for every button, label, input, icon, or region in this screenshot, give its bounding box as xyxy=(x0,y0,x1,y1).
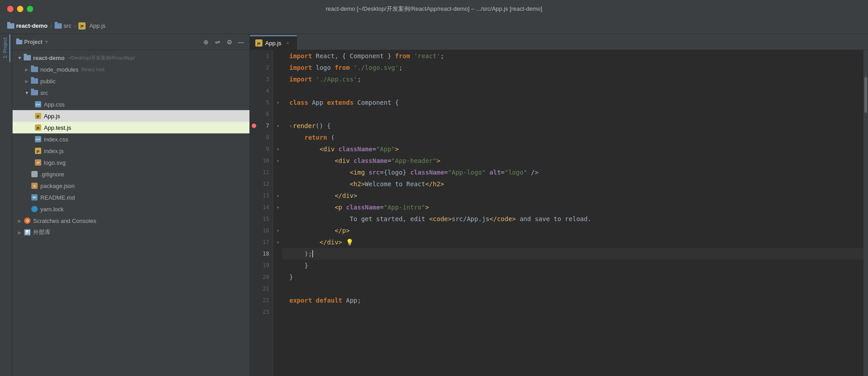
fold-7[interactable]: ▾ xyxy=(273,120,282,132)
minimize-button[interactable] xyxy=(17,6,23,12)
maximize-button[interactable] xyxy=(27,6,33,12)
collapse-all-button[interactable]: ⇌ xyxy=(213,37,223,47)
code-line-18: ); xyxy=(282,248,864,260)
indent-15: To get started, edit xyxy=(289,215,429,222)
tree-item-index-js[interactable]: js index.js xyxy=(13,145,249,157)
attr-src: src xyxy=(369,169,380,176)
tree-item-app-js[interactable]: js App.js xyxy=(13,110,249,122)
tree-item-src[interactable]: ▼ src xyxy=(13,87,249,98)
semi-3: ; xyxy=(357,76,361,83)
tree-item-ext-lib[interactable]: ▶ 📊 外部库 xyxy=(13,226,249,238)
folder-icon-node-modules xyxy=(30,66,39,73)
side-panel-label[interactable]: 1: Project xyxy=(2,34,10,62)
plain-1b xyxy=(410,52,414,60)
hide-panel-button[interactable]: — xyxy=(236,37,246,47)
js-icon-index-js: js xyxy=(34,147,42,154)
fold-23 xyxy=(273,306,282,318)
code-line-23 xyxy=(282,306,864,318)
tree-arrow-src[interactable]: ▼ xyxy=(23,90,30,95)
code-line-22: export default App; xyxy=(282,295,864,306)
ext-lib-icon: 📊 xyxy=(23,229,31,236)
attrval-logo: "logo" xyxy=(505,169,528,176)
tree-item-gitignore[interactable]: .gitignore xyxy=(13,168,249,180)
settings-button[interactable]: ⚙ xyxy=(224,37,234,47)
tree-item-readme[interactable]: MD README.md xyxy=(13,192,249,203)
indent-17 xyxy=(289,239,319,246)
tag-div-close: > xyxy=(395,145,399,153)
tree-label-public: public xyxy=(40,78,56,85)
title-bar: react-demo [~/Desktop/开发案例/ReactApp/reac… xyxy=(0,0,868,18)
code-content[interactable]: import React, { Component } from 'react'… xyxy=(282,50,864,376)
attrval-applogo: "App-logo" xyxy=(448,169,486,176)
fold-19 xyxy=(273,260,282,271)
tree-label-app-js: App.js xyxy=(44,113,60,120)
kw-import-3: import xyxy=(289,76,312,83)
kw-return: return xyxy=(305,134,327,141)
fold-9[interactable]: ▾ xyxy=(273,143,282,155)
tree-item-logo-svg[interactable]: sv logo.svg xyxy=(13,157,249,168)
tree-arrow-scratches[interactable]: ▶ xyxy=(16,218,23,223)
tree-item-public[interactable]: ▶ public xyxy=(13,75,249,87)
fold-14[interactable]: ▾ xyxy=(273,201,282,213)
line-num-18: 18 xyxy=(250,248,273,260)
lightbulb-icon[interactable]: 💡 xyxy=(346,239,353,246)
fold-20 xyxy=(273,271,282,283)
indent-9 xyxy=(289,145,319,153)
tag-h2-close: </h2> xyxy=(425,180,444,188)
tree-arrow-root[interactable]: ▼ xyxy=(16,56,23,60)
breadcrumb-item-root[interactable]: react-demo xyxy=(7,22,47,29)
fold-13[interactable]: ▾ xyxy=(273,190,282,201)
tree-label-gitignore: .gitignore xyxy=(40,171,64,178)
locate-file-button[interactable]: ⊕ xyxy=(201,37,211,47)
plain-22b: App; xyxy=(342,297,361,304)
tree-arrow-node-modules[interactable]: ▶ xyxy=(23,67,30,72)
attr-classname-2: className xyxy=(353,157,387,164)
tab-close-button[interactable]: × xyxy=(284,39,291,47)
editor-tab-app-js[interactable]: js App.js × xyxy=(250,35,297,50)
fold-5[interactable]: ▾ xyxy=(273,97,282,108)
code-line-1: import React, { Component } from 'react'… xyxy=(282,50,864,62)
panel-dropdown-icon[interactable]: ▼ xyxy=(44,39,49,44)
tree-item-app-test-js[interactable]: js App.test.js xyxy=(13,122,249,133)
indent-11 xyxy=(289,169,350,176)
attr-classname-1: className xyxy=(339,145,373,153)
eq-1: = xyxy=(372,145,376,153)
tree-arrow-ext-lib[interactable]: ▶ xyxy=(16,230,23,235)
eq-2: = xyxy=(387,157,391,164)
fold-17[interactable]: ▾ xyxy=(273,236,282,248)
fold-6 xyxy=(273,108,282,120)
tree-item-node-modules[interactable]: ▶ node_modules library root xyxy=(13,64,249,75)
breadcrumb-item-file[interactable]: js App.js xyxy=(78,22,105,30)
breadcrumb-sep-2: › xyxy=(74,23,76,29)
tree-item-react-demo[interactable]: ▼ react-demo ~/Desktop/开发案例/ReactApp/ xyxy=(13,52,249,64)
plain-5b: Component { xyxy=(353,99,399,106)
code-editor[interactable]: 1 2 3 4 5 6 7 8 9 10 11 12 13 14 15 16 1… xyxy=(250,50,868,376)
scratches-icon: ⚙ xyxy=(23,217,31,224)
close-button[interactable] xyxy=(7,6,13,12)
panel-title[interactable]: Project ▼ xyxy=(16,39,199,45)
scrollbar-track[interactable] xyxy=(864,50,868,376)
traffic-lights xyxy=(7,6,33,12)
tree-item-scratches[interactable]: ▶ ⚙ Scratches and Consoles xyxy=(13,215,249,226)
breadcrumb-item-src[interactable]: src xyxy=(55,22,71,29)
tree-item-index-css[interactable]: css index.css xyxy=(13,133,249,145)
fold-10[interactable]: ▾ xyxy=(273,155,282,167)
code-line-12: <h2> Welcome to React </h2> xyxy=(282,178,864,190)
fold-16[interactable]: ▾ xyxy=(273,225,282,236)
plain-9a xyxy=(335,145,338,153)
svg-icon-logo: sv xyxy=(34,159,42,166)
tree-item-yarn-lock[interactable]: yarn.lock xyxy=(13,203,249,215)
tag-code-close: </code> xyxy=(490,215,516,222)
kw-class: class xyxy=(289,99,308,106)
tree-item-package-json[interactable]: {} package.json xyxy=(13,180,249,192)
panel-header-actions: ⊕ ⇌ ⚙ — xyxy=(201,37,246,47)
tree-arrow-public[interactable]: ▶ xyxy=(23,79,30,84)
side-panel: 1: Project xyxy=(0,34,13,376)
code-line-16: </p> xyxy=(282,225,864,236)
tree-item-app-css[interactable]: css App.css xyxy=(13,98,249,110)
gitignore-icon xyxy=(30,171,39,178)
scrollbar-thumb[interactable] xyxy=(864,77,867,113)
line-num-23: 23 xyxy=(250,306,273,318)
js-file-icon-breadcrumb: js xyxy=(78,22,86,30)
line-num-9: 9 xyxy=(250,143,273,155)
